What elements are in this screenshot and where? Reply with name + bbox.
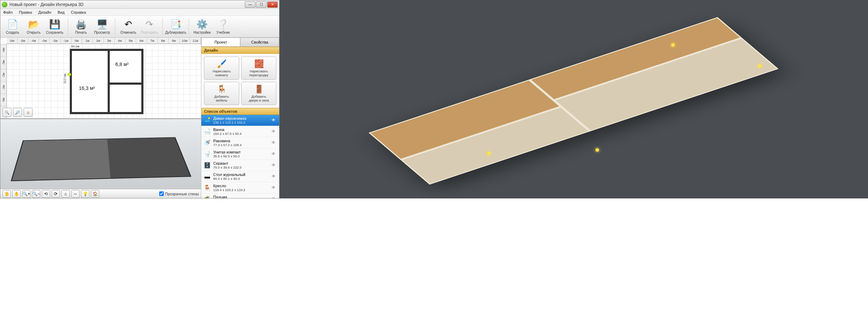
object-row[interactable]: 🚿Раковина77.3 x 57.2 x 108.4👁 xyxy=(201,137,279,149)
design-icon: 🪑 xyxy=(217,85,227,94)
object-dims: 80.4 x 80.1 x 30.3 xyxy=(213,177,269,181)
3d-tool-8[interactable]: 💡 xyxy=(81,190,89,198)
menu-view[interactable]: Вид xyxy=(56,9,66,15)
3d-tool-4[interactable]: ⟲ xyxy=(42,190,50,198)
home-button[interactable]: ⌂ xyxy=(23,108,33,117)
toolbar-дублировать-button[interactable]: 📑Дублировать xyxy=(166,17,186,37)
object-row[interactable]: 🚽Унитаз компакт35.6 x 56.5 x 50.0👁 xyxy=(201,149,279,160)
design-button-2[interactable]: 🪑Добавитьмебель xyxy=(204,82,239,105)
object-dims: 35.6 x 56.5 x 50.0 xyxy=(213,154,269,158)
object-name: Раковина xyxy=(213,139,269,143)
toolbar-печать-button[interactable]: 🖨️Печать xyxy=(71,17,91,37)
transparent-walls-checkbox[interactable]: Прозрачные стены xyxy=(159,191,199,196)
object-name: Кресло xyxy=(213,184,269,188)
toolbar-настройки-button[interactable]: ⚙️Настройки xyxy=(192,17,212,37)
camera-marker-icon[interactable] xyxy=(68,73,71,76)
3d-tool-6[interactable]: ⌂ xyxy=(61,190,70,198)
object-dims: 77.3 x 57.2 x 108.4 xyxy=(213,143,269,147)
создать-icon: 📄 xyxy=(7,19,18,30)
menubar: Файл Правка Дизайн Вид Справка xyxy=(0,9,279,16)
design-button-3[interactable]: 🚪Добавитьдвери и окна xyxy=(241,82,276,105)
section-objects: Список объектов xyxy=(201,108,279,115)
design-button-1[interactable]: 🧱Нарисоватьперегородку xyxy=(241,57,276,80)
object-name: Ванна xyxy=(213,127,269,132)
visibility-icon[interactable]: 👁 xyxy=(271,196,277,198)
section-design: Дизайн xyxy=(201,47,279,54)
visibility-icon[interactable]: 👁 xyxy=(271,129,277,135)
3d-tool-7[interactable]: ↔ xyxy=(71,190,80,198)
app-window: Новый проект - Дизайн Интерьера 3D — ☐ ✕… xyxy=(0,0,280,198)
object-icon: ▬ xyxy=(203,173,211,181)
design-icon: 🖌️ xyxy=(217,59,227,68)
design-button-0[interactable]: 🖌️Нарисоватькомнату xyxy=(204,57,239,80)
zoom-in-button[interactable]: 🔍 xyxy=(2,108,12,117)
object-row[interactable]: ▬Стол журнальный80.4 x 80.1 x 30.3👁 xyxy=(201,171,279,182)
toolbar-учебник-button[interactable]: ❔Учебник xyxy=(213,17,233,37)
toolbar: 📄Создать📂Открыть💾Сохранить🖨️Печать🖥️Прос… xyxy=(0,16,279,38)
visibility-icon[interactable]: 👁 xyxy=(271,140,277,146)
menu-help[interactable]: Справка xyxy=(69,9,87,15)
toolbar-сохранить-button[interactable]: 💾Сохранить xyxy=(45,17,65,37)
дублировать-icon: 📑 xyxy=(170,19,181,30)
object-name: Стол журнальный xyxy=(213,172,269,177)
object-name: Пальма xyxy=(213,195,269,198)
plan-view[interactable]: -6м-5м-4м-3м-2м-1м0м1м2м3м4м5м6м7м8м9м10… xyxy=(0,38,201,119)
toolbar-создать-button[interactable]: 📄Создать xyxy=(2,17,23,37)
object-list[interactable]: 🛋️Диван еврокнижка235.1 x 113.1 x 102.2👁… xyxy=(201,115,279,198)
ruler-vertical: -4м-3м-2м-1м0м1м xyxy=(0,44,7,118)
object-dims: 118.4 x 103.2 x 110.2 xyxy=(213,188,269,192)
object-row[interactable]: 🛁Ванна154.2 x 67.5 x 50.4👁 xyxy=(201,126,279,137)
menu-edit[interactable]: Правка xyxy=(18,9,33,15)
3d-tool-3[interactable]: 🔍− xyxy=(32,190,40,198)
object-row[interactable]: 🪑Кресло118.4 x 103.2 x 110.2👁 xyxy=(201,182,279,194)
просмотр-icon: 🖥️ xyxy=(96,19,108,30)
inner-wall-h xyxy=(108,83,143,85)
outer-walls xyxy=(70,49,143,114)
visibility-icon[interactable]: 👁 xyxy=(271,163,277,168)
toolbar-открыть-button[interactable]: 📂Открыть xyxy=(23,17,44,37)
object-row[interactable]: 🗄️Сервант79.0 x 39.6 x 222.0👁 xyxy=(201,160,279,171)
light-icon xyxy=(596,148,599,152)
3d-toolbar: 🖐✋🔍+🔍−⟲⟳⌂↔💡🏠 Прозрачные стены xyxy=(0,189,201,198)
floorplan[interactable]: 16,3 м² 6,8 м² 212 см 84 см xyxy=(70,49,143,114)
visibility-icon[interactable]: 👁 xyxy=(271,118,277,123)
toolbar-просмотр-button[interactable]: 🖥️Просмотр xyxy=(92,17,112,37)
toolbar-отменить-button[interactable]: ↶Отменить xyxy=(118,17,139,37)
menu-file[interactable]: Файл xyxy=(2,9,14,15)
ruler-horizontal: -6м-5м-4м-3м-2м-1м0м1м2м3м4м5м6м7м8м9м10… xyxy=(7,38,201,44)
tab-project[interactable]: Проект xyxy=(201,38,240,46)
сохранить-icon: 💾 xyxy=(49,19,60,30)
3d-view[interactable]: 🖐✋🔍+🔍−⟲⟳⌂↔💡🏠 Прозрачные стены xyxy=(0,119,201,198)
object-row[interactable]: 🛋️Диван еврокнижка235.1 x 113.1 x 102.2👁 xyxy=(201,115,279,126)
настройки-icon: ⚙️ xyxy=(196,19,208,30)
maximize-button[interactable]: ☐ xyxy=(256,1,267,8)
3d-tool-5[interactable]: ⟳ xyxy=(52,190,60,198)
titlebar: Новый проект - Дизайн Интерьера 3D — ☐ ✕ xyxy=(0,0,279,9)
object-name: Унитаз компакт xyxy=(213,150,269,154)
window-title: Новый проект - Дизайн Интерьера 3D xyxy=(9,2,245,7)
room2-area: 6,8 м² xyxy=(115,61,129,67)
zoom-out-button[interactable]: 🔎 xyxy=(13,108,22,117)
menu-design[interactable]: Дизайн xyxy=(37,9,53,15)
visibility-icon[interactable]: 👁 xyxy=(271,174,277,179)
minimize-button[interactable]: — xyxy=(245,1,255,8)
inner-wall-v xyxy=(108,49,110,114)
light-icon xyxy=(758,64,761,68)
object-icon: 🗄️ xyxy=(203,162,211,169)
object-row[interactable]: 🌴Пальма127.4 x 116.2 x 158.5👁 xyxy=(201,194,279,198)
object-icon: 🛁 xyxy=(203,128,211,136)
visibility-icon[interactable]: 👁 xyxy=(271,185,277,191)
dim-width: 84 см xyxy=(71,45,79,48)
3d-tool-9[interactable]: 🏠 xyxy=(91,190,99,198)
отменить-icon: ↶ xyxy=(123,19,134,30)
isometric-floorplan xyxy=(369,17,779,185)
close-button[interactable]: ✕ xyxy=(267,1,278,8)
3d-tool-2[interactable]: 🔍+ xyxy=(22,190,31,198)
tab-properties[interactable]: Свойства xyxy=(240,38,279,46)
открыть-icon: 📂 xyxy=(28,19,39,30)
object-icon: 🛋️ xyxy=(203,117,211,124)
visibility-icon[interactable]: 👁 xyxy=(271,151,277,157)
3d-tool-0[interactable]: 🖐 xyxy=(2,190,11,198)
design-buttons: 🖌️Нарисоватькомнату🧱Нарисоватьперегородк… xyxy=(201,54,279,108)
3d-tool-1[interactable]: ✋ xyxy=(12,190,21,198)
